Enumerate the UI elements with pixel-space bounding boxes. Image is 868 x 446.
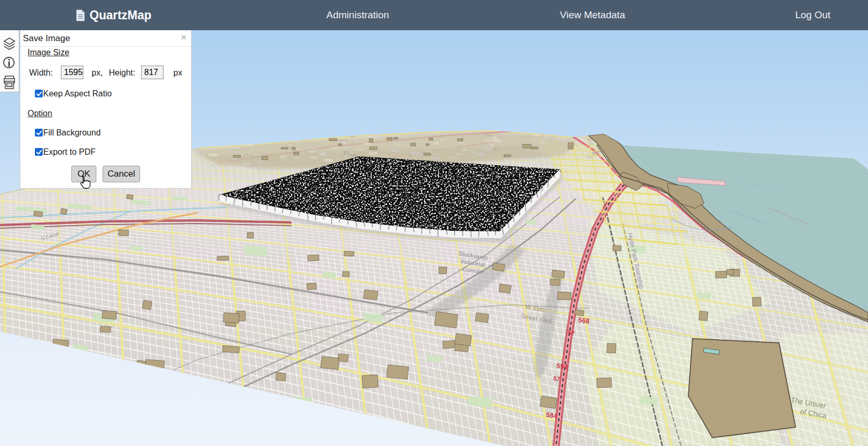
svg-text:584: 584 — [546, 411, 558, 420]
svg-text:594: 594 — [556, 362, 569, 371]
svg-text:57: 57 — [568, 329, 575, 337]
svg-text:568: 568 — [578, 316, 590, 325]
svg-text:57: 57 — [553, 375, 561, 383]
